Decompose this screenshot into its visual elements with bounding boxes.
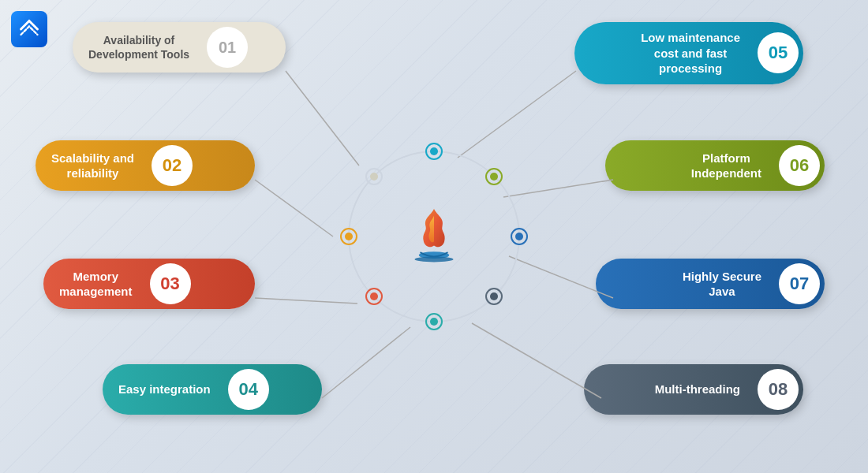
svg-point-11 xyxy=(341,229,357,244)
feature-label-04: Easy integration xyxy=(103,374,223,405)
svg-point-18 xyxy=(430,147,438,155)
svg-point-14 xyxy=(370,292,378,300)
feature-label-01: Availability ofDevelopment Tools xyxy=(73,25,202,69)
svg-point-16 xyxy=(430,318,438,326)
svg-point-22 xyxy=(515,233,523,240)
feature-number-06: 06 xyxy=(779,145,820,186)
feature-number-01: 01 xyxy=(207,27,248,68)
feature-number-07: 07 xyxy=(779,263,820,304)
feature-pill-02: Scalability andreliability 02 xyxy=(36,140,255,191)
svg-point-23 xyxy=(486,289,502,304)
svg-point-20 xyxy=(490,173,498,181)
feature-pill-03: Memorymanagement 03 xyxy=(43,259,255,309)
feature-pill-05: 05 Low maintenancecost and fastprocessin… xyxy=(574,22,803,84)
feature-label-02: Scalability andreliability xyxy=(36,143,147,189)
feature-number-05: 05 xyxy=(758,32,799,73)
feature-pill-08: 08 Multi-threading xyxy=(584,364,803,415)
svg-line-4 xyxy=(458,71,576,158)
feature-number-08: 08 xyxy=(758,369,799,410)
feature-pill-04: Easy integration 04 xyxy=(103,364,322,415)
svg-point-26 xyxy=(415,256,454,262)
svg-line-5 xyxy=(503,180,613,197)
feature-pill-06: 06 PlatformIndependent xyxy=(605,140,825,191)
java-center-logo xyxy=(391,193,477,280)
svg-point-17 xyxy=(426,143,442,159)
logo xyxy=(11,11,47,47)
feature-label-06: PlatformIndependent xyxy=(675,143,774,189)
feature-label-03: Memorymanagement xyxy=(43,261,145,307)
feature-label-07: Highly SecureJava xyxy=(667,261,774,307)
svg-point-21 xyxy=(511,229,527,244)
svg-line-2 xyxy=(255,298,357,304)
svg-point-12 xyxy=(345,233,353,240)
svg-line-0 xyxy=(286,71,359,166)
feature-number-03: 03 xyxy=(150,263,191,304)
svg-point-13 xyxy=(366,289,382,304)
feature-pill-01: Availability ofDevelopment Tools 01 xyxy=(73,22,286,73)
feature-pill-07: 07 Highly SecureJava xyxy=(596,259,825,309)
svg-point-24 xyxy=(490,292,498,300)
svg-line-1 xyxy=(255,180,333,236)
svg-line-3 xyxy=(322,327,410,398)
svg-point-9 xyxy=(366,169,382,184)
feature-label-08: Multi-threading xyxy=(639,374,753,405)
feature-number-02: 02 xyxy=(152,145,193,186)
feature-label-05: Low maintenancecost and fastprocessing xyxy=(625,22,753,84)
feature-number-04: 04 xyxy=(228,369,269,410)
svg-point-15 xyxy=(426,314,442,330)
svg-point-10 xyxy=(370,173,378,181)
svg-point-19 xyxy=(486,169,502,184)
svg-line-7 xyxy=(472,323,601,398)
